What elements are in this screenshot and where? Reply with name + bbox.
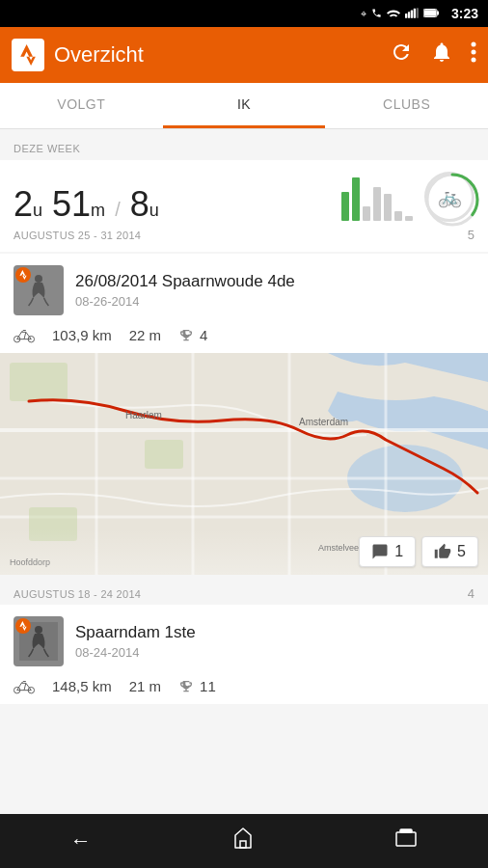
activity-avatar-2 bbox=[14, 616, 64, 666]
like-icon-1 bbox=[434, 543, 451, 560]
bar-5 bbox=[384, 194, 392, 221]
strava-badge-icon-2 bbox=[18, 621, 28, 631]
svg-point-14 bbox=[35, 275, 42, 283]
week-section-2-header: AUGUSTUS 18 - 24 2014 4 bbox=[0, 577, 488, 605]
activity-trophy-2: 11 bbox=[178, 678, 216, 694]
bottom-navigation: ← bbox=[0, 814, 488, 868]
comment-icon-1 bbox=[371, 543, 389, 560]
elevation-value-2: 21 m bbox=[129, 678, 161, 694]
app-title: Overzicht bbox=[54, 42, 380, 68]
svg-rect-6 bbox=[437, 11, 439, 14]
activity-header-2: Spaarndam 1ste 08-24-2014 bbox=[0, 605, 488, 674]
week-total-hours: 8 bbox=[130, 184, 149, 224]
bike-progress-circle: 🚲 bbox=[424, 172, 474, 222]
week-activity-count: 5 bbox=[468, 228, 474, 242]
svg-rect-27 bbox=[145, 440, 183, 469]
svg-rect-37 bbox=[240, 841, 246, 848]
tab-volgt[interactable]: VOLGT bbox=[0, 83, 163, 128]
bar-2 bbox=[352, 177, 360, 221]
svg-rect-4 bbox=[417, 8, 419, 18]
activity-elevation-1: 22 m bbox=[129, 327, 161, 343]
comment-count-1: 1 bbox=[394, 543, 403, 560]
back-button[interactable]: ← bbox=[51, 819, 111, 863]
activity-title-2: Spaarndam 1ste bbox=[75, 623, 474, 642]
bike-icon: 🚲 bbox=[438, 185, 462, 208]
tabs-bar: VOLGT IK CLUBS bbox=[0, 83, 488, 129]
activity-trophy-1: 4 bbox=[178, 327, 207, 343]
week-2-date-range: AUGUSTUS 18 - 24 2014 bbox=[14, 588, 141, 600]
activity-elevation-2: 21 m bbox=[129, 678, 161, 694]
activity-card-2[interactable]: Spaarndam 1ste 08-24-2014 148,5 km 21 m bbox=[0, 605, 488, 704]
bar-1 bbox=[341, 192, 349, 221]
week-time-display: 2u 51m / 8u bbox=[14, 187, 159, 222]
like-count-1: 5 bbox=[457, 543, 466, 560]
notifications-button[interactable] bbox=[430, 41, 453, 69]
status-bar: ⌖ 3:23 bbox=[0, 0, 488, 27]
activity-map-1[interactable]: Haarlem Amsterdam Hoofddorp Amstelveen 1 bbox=[0, 353, 488, 575]
bike-stat-icon-2 bbox=[14, 679, 35, 694]
week-section-header: DEZE WEEK bbox=[0, 129, 488, 160]
week-date-range: AUGUSTUS 25 - 31 2014 bbox=[14, 230, 141, 241]
week-hours: 2 bbox=[14, 184, 33, 224]
chart-bike-area: 🚲 bbox=[341, 172, 474, 222]
activity-avatar-1 bbox=[14, 265, 64, 315]
more-options-button[interactable] bbox=[471, 41, 476, 69]
bar-3 bbox=[363, 206, 370, 221]
activity-card-1[interactable]: 26/08/2014 Spaarnwoude 4de 08-26-2014 10… bbox=[0, 254, 488, 575]
refresh-button[interactable] bbox=[390, 41, 413, 69]
home-button[interactable] bbox=[212, 817, 274, 865]
main-content: DEZE WEEK 2u 51m / 8u bbox=[0, 129, 488, 814]
activity-header-1: 26/08/2014 Spaarnwoude 4de 08-26-2014 bbox=[0, 254, 488, 323]
week-stats-card: 2u 51m / 8u bbox=[0, 160, 488, 252]
trophy-icon-1 bbox=[178, 328, 194, 343]
svg-point-34 bbox=[35, 626, 42, 634]
app-header: Overzicht bbox=[0, 27, 488, 83]
header-actions bbox=[390, 41, 476, 69]
svg-text:Amsterdam: Amsterdam bbox=[299, 417, 348, 427]
svg-rect-0 bbox=[405, 14, 407, 18]
svg-rect-2 bbox=[411, 10, 413, 17]
signal-icon bbox=[405, 8, 419, 20]
bluetooth-icon: ⌖ bbox=[361, 8, 366, 20]
week-label: DEZE WEEK bbox=[14, 143, 80, 154]
week-total-unit: u bbox=[149, 201, 159, 220]
phone-icon bbox=[371, 8, 382, 20]
comment-button-1[interactable]: 1 bbox=[359, 536, 416, 567]
recents-icon bbox=[394, 828, 418, 848]
week-minutes: 51 bbox=[52, 184, 91, 224]
strava-badge-icon bbox=[18, 270, 28, 280]
activity-stats-2: 148,5 km 21 m 11 bbox=[0, 674, 488, 704]
tab-clubs[interactable]: CLUBS bbox=[325, 83, 488, 128]
trophy-value-2: 11 bbox=[200, 678, 216, 694]
svg-rect-7 bbox=[424, 10, 437, 16]
activity-info-1: 26/08/2014 Spaarnwoude 4de 08-26-2014 bbox=[75, 272, 474, 308]
week-chart bbox=[341, 173, 413, 221]
activity-stats-1: 103,9 km 22 m 4 bbox=[0, 323, 488, 353]
tab-ik[interactable]: IK bbox=[163, 83, 326, 128]
recents-button[interactable] bbox=[375, 819, 437, 863]
status-icons: ⌖ 3:23 bbox=[361, 6, 478, 21]
svg-point-10 bbox=[472, 58, 476, 63]
week-minutes-unit: m bbox=[91, 201, 105, 220]
distance-value-1: 103,9 km bbox=[52, 327, 112, 343]
svg-point-9 bbox=[472, 50, 476, 55]
strava-logo-icon bbox=[17, 44, 39, 66]
like-button-1[interactable]: 5 bbox=[421, 536, 478, 567]
status-time: 3:23 bbox=[451, 6, 478, 21]
activity-date-1: 08-26-2014 bbox=[75, 294, 474, 309]
svg-text:Haarlem: Haarlem bbox=[125, 410, 162, 420]
svg-rect-26 bbox=[10, 363, 68, 401]
strava-badge-1 bbox=[15, 267, 31, 283]
trophy-value-1: 4 bbox=[200, 327, 207, 343]
bar-7 bbox=[405, 216, 413, 221]
activity-distance-2: 148,5 km bbox=[52, 678, 112, 694]
week-date-row: AUGUSTUS 25 - 31 2014 5 bbox=[14, 228, 474, 242]
activity-date-2: 08-24-2014 bbox=[75, 645, 474, 660]
activity-bike-icon-1 bbox=[14, 328, 35, 343]
svg-rect-3 bbox=[414, 8, 416, 17]
svg-rect-39 bbox=[400, 829, 412, 832]
week-separator: / bbox=[115, 199, 121, 220]
svg-rect-38 bbox=[396, 832, 416, 846]
activity-info-2: Spaarndam 1ste 08-24-2014 bbox=[75, 623, 474, 659]
activity-bike-icon-2 bbox=[14, 679, 35, 694]
